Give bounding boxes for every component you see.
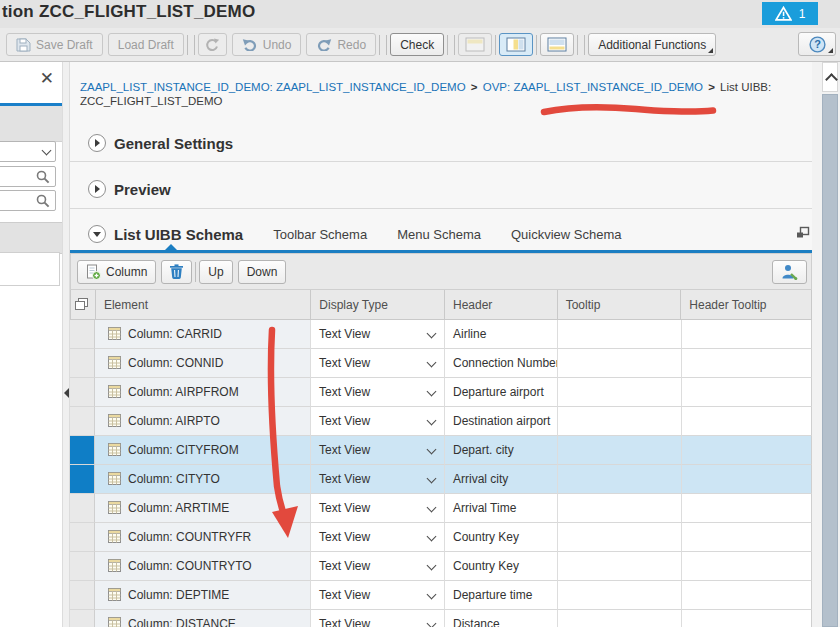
tooltip-cell[interactable] (558, 494, 682, 523)
save-draft-button[interactable]: Save Draft (6, 33, 103, 56)
table-row[interactable]: Column: CITYTOText ViewArrival city (70, 465, 812, 494)
layout-top-pane-button[interactable] (458, 33, 492, 56)
expand-section-button[interactable] (88, 134, 106, 152)
header-tooltip-cell[interactable] (682, 610, 812, 627)
element-cell[interactable]: Column: CONNID (95, 349, 311, 378)
delete-button[interactable] (161, 260, 192, 284)
header-cell[interactable]: Destination airport (445, 407, 558, 436)
table-row[interactable]: Column: CITYFROMText ViewDepart. city (70, 436, 812, 465)
panel-splitter[interactable] (62, 62, 70, 627)
header-cell[interactable]: Departure time (445, 581, 558, 610)
tab-list-uibb-schema[interactable]: List UIBB Schema (114, 226, 243, 243)
additional-functions-button[interactable]: Additional Functions (588, 33, 716, 56)
column-header-display-type[interactable]: Display Type (311, 290, 445, 319)
table-row[interactable]: Column: COUNTRYFRText ViewCountry Key (70, 523, 812, 552)
display-type-dropdown[interactable]: Text View (311, 378, 445, 407)
tab-quickview-schema[interactable]: Quickview Schema (511, 227, 622, 242)
tooltip-cell[interactable] (558, 581, 682, 610)
refresh-button[interactable] (198, 33, 227, 56)
element-cell[interactable]: Column: CARRID (95, 320, 311, 349)
move-up-button[interactable]: Up (199, 260, 232, 284)
row-selector[interactable] (70, 552, 95, 581)
load-draft-button[interactable]: Load Draft (108, 33, 184, 56)
row-selector[interactable] (70, 320, 95, 349)
layout-side-pane-button[interactable] (499, 33, 533, 56)
header-cell[interactable]: Connection Number (445, 349, 558, 378)
message-warning-badge[interactable]: 1 (762, 2, 818, 25)
display-type-dropdown[interactable]: Text View (311, 320, 445, 349)
scrollbar-thumb[interactable] (822, 94, 838, 627)
header-tooltip-cell[interactable] (682, 407, 812, 436)
tooltip-cell[interactable] (558, 349, 682, 378)
tab-menu-schema[interactable]: Menu Schema (397, 227, 481, 242)
tooltip-cell[interactable] (558, 523, 682, 552)
layout-bottom-pane-button[interactable] (540, 33, 574, 56)
header-tooltip-cell[interactable] (682, 523, 812, 552)
table-row[interactable]: Column: CARRIDText ViewAirline (70, 320, 812, 349)
header-tooltip-cell[interactable] (682, 378, 812, 407)
column-header-header-tooltip[interactable]: Header Tooltip (681, 290, 811, 319)
element-cell[interactable]: Column: CITYTO (95, 465, 311, 494)
header-tooltip-cell[interactable] (682, 552, 812, 581)
element-cell[interactable]: Column: COUNTRYFR (95, 523, 311, 552)
tooltip-cell[interactable] (558, 552, 682, 581)
check-button[interactable]: Check (390, 33, 444, 56)
tab-toolbar-schema[interactable]: Toolbar Schema (273, 227, 367, 242)
header-cell[interactable]: Arrival city (445, 465, 558, 494)
table-row[interactable]: Column: DEPTIMEText ViewDeparture time (70, 581, 812, 610)
table-row[interactable]: Column: AIRPFROMText ViewDeparture airpo… (70, 378, 812, 407)
element-cell[interactable]: Column: DEPTIME (95, 581, 311, 610)
header-cell[interactable]: Departure airport (445, 378, 558, 407)
header-tooltip-cell[interactable] (682, 349, 812, 378)
panel-search-input[interactable] (0, 166, 56, 187)
display-type-dropdown[interactable]: Text View (311, 407, 445, 436)
scrollbar-up-button[interactable] (822, 62, 838, 92)
table-row[interactable]: Column: CONNIDText ViewConnection Number (70, 349, 812, 378)
panel-search-input-2[interactable] (0, 190, 56, 211)
header-tooltip-cell[interactable] (682, 581, 812, 610)
element-cell[interactable]: Column: DISTANCE (95, 610, 311, 627)
element-cell[interactable]: Column: AIRPTO (95, 407, 311, 436)
header-tooltip-cell[interactable] (682, 465, 812, 494)
element-cell[interactable]: Column: CITYFROM (95, 436, 311, 465)
row-selector[interactable] (70, 378, 95, 407)
tooltip-cell[interactable] (558, 465, 682, 494)
collapse-left-icon[interactable] (64, 388, 69, 398)
panel-dropdown[interactable] (0, 141, 56, 162)
header-tooltip-cell[interactable] (682, 320, 812, 349)
row-selector[interactable] (70, 581, 95, 610)
panel-list-item[interactable] (0, 252, 60, 286)
display-type-dropdown[interactable]: Text View (311, 494, 445, 523)
header-tooltip-cell[interactable] (682, 494, 812, 523)
header-cell[interactable]: Arrival Time (445, 494, 558, 523)
row-selector[interactable] (70, 407, 95, 436)
header-cell[interactable]: Airline (445, 320, 558, 349)
undo-button[interactable]: Undo (232, 33, 302, 56)
header-tooltip-cell[interactable] (682, 436, 812, 465)
display-type-dropdown[interactable]: Text View (311, 552, 445, 581)
table-row[interactable]: Column: AIRPTOText ViewDestination airpo… (70, 407, 812, 436)
header-cell[interactable]: Country Key (445, 552, 558, 581)
breadcrumb-link-instance[interactable]: ZAAPL_LIST_INSTANCE_ID_DEMO: ZAAPL_LIST_… (80, 81, 466, 93)
row-selector[interactable] (70, 465, 95, 494)
tooltip-cell[interactable] (558, 436, 682, 465)
row-selector[interactable] (70, 523, 95, 552)
column-header-tooltip[interactable]: Tooltip (558, 290, 682, 319)
display-type-dropdown[interactable]: Text View (311, 581, 445, 610)
header-cell[interactable]: Distance (445, 610, 558, 627)
detach-window-icon[interactable] (796, 226, 810, 242)
display-type-dropdown[interactable]: Text View (311, 523, 445, 552)
display-type-dropdown[interactable]: Text View (311, 610, 445, 627)
breadcrumb-link-ovp[interactable]: OVP: ZAAPL_LIST_INSTANCE_ID_DEMO (483, 81, 703, 93)
row-selector[interactable] (70, 494, 95, 523)
display-type-dropdown[interactable]: Text View (311, 436, 445, 465)
table-row[interactable]: Column: ARRTIMEText ViewArrival Time (70, 494, 812, 523)
tooltip-cell[interactable] (558, 610, 682, 627)
row-selector[interactable] (70, 436, 95, 465)
tooltip-cell[interactable] (558, 320, 682, 349)
expand-section-button[interactable] (88, 180, 106, 198)
column-header-element[interactable]: Element (96, 290, 311, 319)
column-header-header[interactable]: Header (445, 290, 558, 319)
element-cell[interactable]: Column: AIRPFROM (95, 378, 311, 407)
header-cell[interactable]: Depart. city (445, 436, 558, 465)
